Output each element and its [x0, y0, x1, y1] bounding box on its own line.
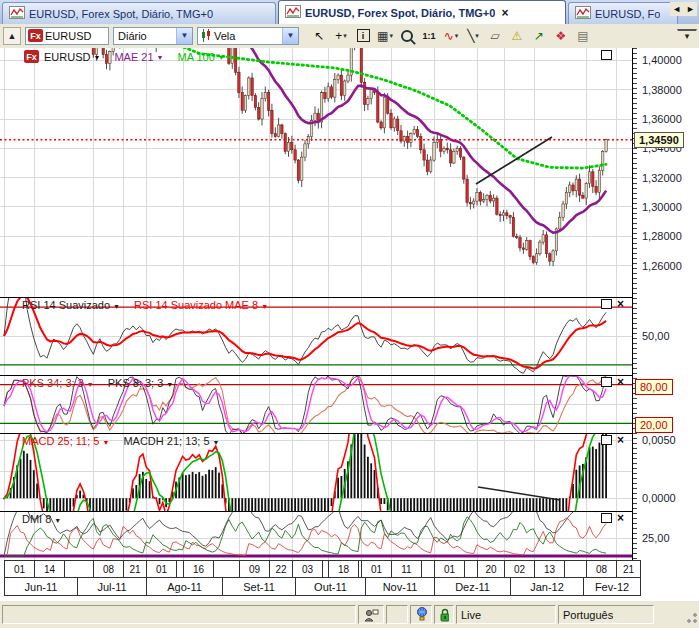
day-tick-cell: 18	[328, 560, 359, 578]
legend-item[interactable]: DMI 8▼	[22, 513, 61, 525]
price-panel-canvas[interactable]	[0, 48, 632, 297]
pointer-tool[interactable]: ↖	[309, 26, 329, 46]
chevron-down-icon[interactable]: ▼	[87, 381, 94, 388]
panel-separator[interactable]	[0, 375, 699, 376]
crosshair-tool[interactable]: +▾	[331, 26, 351, 46]
objects-tool-glyph: ❖	[556, 29, 567, 43]
panel-separator[interactable]	[0, 297, 699, 298]
collapse-toolbar-button[interactable]: ▲	[3, 27, 21, 45]
legend-item[interactable]: RSI 14 Suavizado▼	[22, 299, 120, 311]
chevron-down-icon[interactable]: ▼	[54, 517, 61, 524]
alerts-tool-glyph: ⚠	[512, 29, 523, 43]
secure-panel[interactable]	[434, 605, 454, 624]
tab-1[interactable]: EURUSD, Forex Spot, Diário, TMG+0	[2, 2, 276, 24]
axis-level-box: 80,00	[635, 379, 673, 395]
tab-label: EURUSD, Forex Spot, Diário, TMG+0	[29, 8, 213, 20]
close-panel-icon[interactable]: ×	[617, 299, 624, 309]
period-select[interactable]: Diário ▼	[113, 27, 193, 45]
trendline-tool[interactable]: ╲▾	[463, 26, 483, 46]
connection-panel[interactable]	[410, 605, 432, 624]
chevron-down-icon: ▼	[282, 28, 298, 44]
user-panel[interactable]	[358, 605, 384, 624]
alerts-tool[interactable]: ⚠	[507, 26, 527, 46]
axis-level-box: 20,00	[635, 417, 673, 433]
axis-tick-label: 1,30000	[642, 201, 682, 213]
panel-separator[interactable]	[0, 511, 699, 512]
objects-tool[interactable]: ❖	[551, 26, 571, 46]
rsi-legend: RSI 14 Suavizado▼RSI 14 Suavizado MAE 8▼	[22, 299, 268, 311]
legend-item[interactable]: RSI 14 Suavizado MAE 8▼	[134, 299, 268, 311]
chevron-down-icon[interactable]: ▼	[261, 303, 268, 310]
spacer-panel	[386, 605, 408, 624]
tab-close-icon[interactable]: ×	[501, 6, 508, 20]
legend-item[interactable]: MACD 25; 11; 5▼	[22, 435, 109, 447]
indicators-tool[interactable]: ∿▾	[441, 26, 461, 46]
chart-type-select[interactable]: Vela ▼	[197, 27, 299, 45]
eraser-tool[interactable]: ▱	[485, 26, 505, 46]
chevron-down-icon: ▾	[389, 32, 393, 40]
one-to-one-tool[interactable]: 1:1	[419, 26, 439, 46]
month-cell: Jan-12	[510, 577, 584, 596]
minimize-panel-icon[interactable]	[601, 435, 612, 445]
dmi-panel-canvas[interactable]	[0, 511, 632, 560]
close-panel-icon[interactable]: ×	[617, 513, 624, 523]
chevron-down-icon[interactable]: ▼	[218, 54, 225, 61]
live-status-panel: Live	[456, 605, 556, 624]
chevron-down-icon[interactable]: ▼	[157, 54, 164, 61]
zoom-tool[interactable]	[397, 26, 417, 46]
legend-item[interactable]: FxEURUSD▼	[22, 50, 100, 63]
chart-type-value: Vela	[214, 30, 235, 42]
symbol-field[interactable]: Fx EURUSD	[25, 27, 109, 45]
legend-item[interactable]: PKS 34; 3; 3▼	[22, 377, 94, 389]
crosshair-tool-glyph: +	[335, 29, 342, 43]
day-tick-cell: 09	[239, 560, 270, 578]
chevron-down-icon[interactable]: ▼	[113, 303, 120, 310]
month-cell: Jun-11	[4, 577, 78, 596]
axis-tick-label: 1,40000	[642, 54, 682, 66]
chevron-down-icon[interactable]: ▼	[102, 439, 109, 446]
period-value: Diário	[118, 30, 147, 42]
resize-grip[interactable]	[685, 613, 698, 626]
chevron-down-icon: ▾	[455, 32, 459, 40]
minimize-panel-icon[interactable]	[601, 377, 612, 387]
chevron-down-icon[interactable]: ▼	[93, 54, 100, 61]
month-cell: Nov-11	[365, 577, 435, 596]
tab-3[interactable]: EURUSD, Fo	[568, 2, 678, 24]
paste-chart-tool[interactable]: ▤	[573, 26, 593, 46]
user-chat-icon	[364, 608, 379, 622]
legend-label: PKS 8; 3; 3	[108, 377, 164, 389]
legend-label: MACDH 21; 13; 5	[123, 435, 209, 447]
flag-pointer-tool[interactable]: ↗	[529, 26, 549, 46]
minimize-panel-icon[interactable]	[601, 299, 612, 309]
close-panel-icon[interactable]: ×	[617, 435, 624, 445]
tool-buttons: ↖+▾i▦▾1:1∿▾╲▾▱⚠↗❖▤	[309, 26, 593, 46]
pointer-tool-glyph: ↖	[314, 29, 324, 43]
tab-2-active[interactable]: EURUSD, Forex Spot, Diário, TMG+0×	[278, 0, 566, 24]
tab-scroll-right-icon[interactable]: ►	[686, 4, 695, 14]
language-label: Português	[563, 609, 613, 621]
toolbar-overflow-button[interactable]: ▾	[677, 29, 697, 42]
legend-item[interactable]: MAE 21▼	[114, 51, 163, 63]
legend-item[interactable]: MACDH 21; 13; 5▼	[123, 435, 219, 447]
minimize-panel-icon[interactable]	[601, 50, 612, 60]
panel-separator[interactable]	[0, 433, 699, 434]
legend-item[interactable]: PKS 8; 3; 3▼	[108, 377, 174, 389]
grid-tool[interactable]: ▦▾	[375, 26, 395, 46]
price-axis-strip[interactable]: 1,400001,380001,360001,340001,320001,300…	[633, 48, 699, 560]
legend-item[interactable]: MA 100▼	[177, 51, 224, 63]
language-panel[interactable]: Português	[558, 605, 654, 624]
macd-panel-controls: ×	[601, 435, 624, 445]
fx-icon: Fx	[24, 50, 39, 63]
day-spacer-cell	[564, 560, 587, 578]
minimize-panel-icon[interactable]	[601, 513, 612, 523]
indicators-tool-glyph: ∿	[444, 29, 454, 43]
legend-label: EURUSD	[44, 51, 90, 63]
tab-scroll-left-icon[interactable]: ◄	[672, 4, 681, 14]
legend-label: DMI 8	[22, 513, 51, 525]
close-panel-icon[interactable]: ×	[617, 377, 624, 387]
chevron-down-icon[interactable]: ▼	[213, 439, 220, 446]
candle-icon	[201, 29, 211, 42]
info-tool[interactable]: i	[353, 26, 373, 46]
chevron-down-icon[interactable]: ▼	[166, 381, 173, 388]
chevron-down-icon: ▼	[176, 28, 192, 44]
